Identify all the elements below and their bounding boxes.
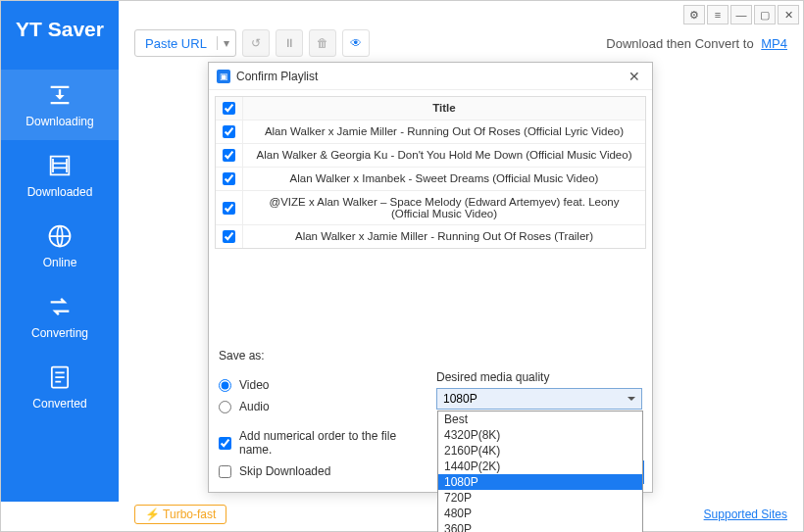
window-controls: ⚙ ≡ — ▢ ✕ — [119, 1, 803, 24]
quality-select[interactable]: 1080P Best 4320P(8K) 2160P(4K) 1440P(2K)… — [436, 388, 642, 410]
quality-dropdown-list: Best 4320P(8K) 2160P(4K) 1440P(2K) 1080P… — [437, 411, 643, 532]
row-title: Alan Walker x Jamie Miller - Running Out… — [243, 225, 645, 248]
paste-url-button[interactable]: Paste URL ▾ — [134, 29, 236, 57]
titlebar: YT Saver ⚙ ≡ — ▢ ✕ Paste URL ▾ ↺ ⏸ 🗑 👁 D… — [1, 1, 803, 58]
sidebar-item-online[interactable]: Online — [1, 211, 119, 281]
quality-option[interactable]: 2160P(4K) — [438, 443, 642, 459]
turbo-fast-button[interactable]: ⚡ Turbo-fast — [134, 505, 226, 524]
download-icon — [46, 81, 74, 109]
row-title: Alan Walker & Georgia Ku - Don't You Hol… — [243, 144, 645, 167]
trash-icon[interactable]: 🗑 — [309, 29, 336, 57]
numerical-order-checkbox[interactable]: Add numerical order to the file name. — [219, 429, 407, 457]
table-row: @VIZE x Alan Walker – Space Melody (Edwa… — [216, 191, 645, 225]
row-checkbox[interactable] — [223, 230, 235, 243]
sidebar-item-downloading[interactable]: Downloading — [1, 70, 119, 140]
sidebar-item-label: Online — [43, 256, 77, 269]
table-row: Alan Walker x Imanbek - Sweet Dreams (Of… — [216, 168, 645, 191]
modal-icon: ▣ — [217, 70, 230, 83]
sidebar-item-label: Converting — [31, 326, 88, 340]
undo-icon[interactable]: ↺ — [242, 29, 270, 57]
select-all-checkbox[interactable] — [223, 102, 235, 115]
sidebar-item-label: Downloaded — [27, 185, 93, 199]
table-row: Alan Walker & Georgia Ku - Don't You Hol… — [216, 144, 645, 168]
quality-option[interactable]: Best — [438, 411, 642, 427]
quality-option[interactable]: 1080P — [438, 474, 642, 490]
quality-option[interactable]: 4320P(8K) — [438, 427, 642, 443]
sidebar-item-downloaded[interactable]: Downloaded — [1, 140, 119, 211]
footer: ⚡ Turbo-fast Supported Sites — [1, 502, 803, 531]
row-checkbox[interactable] — [223, 172, 235, 185]
quality-label: Desired media quality — [436, 370, 642, 384]
globe-icon — [46, 222, 74, 250]
maximize-icon[interactable]: ▢ — [754, 5, 776, 24]
minimize-icon[interactable]: — — [730, 5, 752, 24]
sidebar-item-converted[interactable]: Converted — [1, 352, 119, 422]
convert-format-link[interactable]: MP4 — [761, 36, 787, 51]
save-as-label: Save as: — [219, 349, 642, 363]
row-title: @VIZE x Alan Walker – Space Melody (Edwa… — [243, 191, 645, 224]
row-checkbox[interactable] — [223, 125, 235, 138]
row-checkbox[interactable] — [223, 149, 235, 162]
quality-option[interactable]: 480P — [438, 506, 642, 521]
eye-icon[interactable]: 👁 — [342, 29, 370, 57]
row-checkbox[interactable] — [223, 202, 235, 215]
document-icon — [46, 363, 74, 391]
pause-icon[interactable]: ⏸ — [276, 29, 303, 57]
playlist-table: Title Alan Walker x Jamie Miller - Runni… — [215, 96, 646, 249]
sidebar: Downloading Downloaded Online Converting… — [1, 58, 119, 502]
convert-icon — [46, 293, 74, 320]
save-as-video-radio[interactable]: Video — [219, 378, 407, 392]
sidebar-item-converting[interactable]: Converting — [1, 281, 119, 352]
skip-downloaded-checkbox[interactable]: Skip Downloaded — [219, 464, 407, 478]
quality-option[interactable]: 720P — [438, 490, 642, 506]
sidebar-item-label: Downloading — [25, 115, 93, 128]
sidebar-item-label: Converted — [32, 397, 86, 411]
table-header-title: Title — [243, 97, 645, 120]
table-row: Alan Walker x Jamie Miller - Running Out… — [216, 225, 645, 248]
modal-title-text: Confirm Playlist — [236, 70, 318, 83]
row-title: Alan Walker x Imanbek - Sweet Dreams (Of… — [243, 168, 645, 190]
row-title: Alan Walker x Jamie Miller - Running Out… — [243, 121, 645, 143]
table-row: Alan Walker x Jamie Miller - Running Out… — [216, 121, 645, 144]
confirm-playlist-modal: ▣ Confirm Playlist ✕ Title Alan Walker x… — [208, 62, 653, 493]
modal-close-button[interactable]: ✕ — [625, 69, 644, 84]
quality-option[interactable]: 1440P(2K) — [438, 459, 642, 474]
menu-icon[interactable]: ≡ — [707, 5, 729, 24]
supported-sites-link[interactable]: Supported Sites — [704, 508, 787, 521]
quality-option[interactable]: 360P — [438, 521, 642, 532]
settings-icon[interactable]: ⚙ — [683, 5, 705, 24]
film-icon — [46, 152, 74, 179]
close-icon[interactable]: ✕ — [778, 5, 799, 24]
paste-url-dropdown-icon[interactable]: ▾ — [217, 36, 235, 50]
save-as-audio-radio[interactable]: Audio — [219, 400, 407, 413]
table-header-row: Title — [216, 97, 645, 121]
app-logo: YT Saver — [1, 1, 119, 58]
download-convert-label: Download then Convert to MP4 — [606, 36, 787, 51]
